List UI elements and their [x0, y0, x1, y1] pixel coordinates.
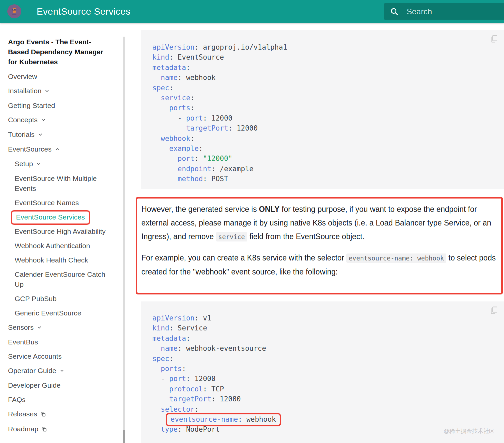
code-line: apiVersion: argoproj.io/v1alpha1 [152, 42, 497, 52]
code-line: targetPort: 12000 [152, 394, 497, 404]
sidebar-item-label: GCP PubSub [15, 295, 57, 302]
sidebar-item-label: Generic EventSource [15, 309, 81, 317]
sidebar-list-item: Roadmap [8, 424, 109, 435]
sidebar-list-item: Developer Guide [8, 380, 109, 390]
sidebar-item-label: EventBus [8, 338, 38, 346]
app-logo-avatar[interactable] [7, 4, 21, 18]
sidebar-scrollbar-thumb[interactable] [123, 430, 125, 443]
sidebar-list-item: Sensors [8, 322, 109, 333]
sidebar-item-label: Releases [8, 410, 37, 418]
sidebar-list-item: Overview [8, 72, 109, 82]
code-line: port: "12000" [152, 154, 497, 164]
note-annotation-box: However, the generated service is ONLY f… [136, 197, 503, 294]
sidebar-item-developer-guide[interactable]: Developer Guide [8, 380, 109, 390]
sidebar-title: Argo Events - The Event-Based Dependency… [8, 37, 108, 67]
sidebar: Argo Events - The Event-Based Dependency… [0, 23, 124, 443]
sidebar-item-sensors[interactable]: Sensors [8, 322, 109, 333]
code-line: - port: 12000 [152, 113, 497, 123]
sidebar-list-item: Service Accounts [8, 351, 109, 361]
sidebar-item-eventsource-high-availability[interactable]: EventSource High Availability [8, 226, 109, 236]
sidebar-scrollbar[interactable] [123, 37, 125, 443]
code-line: ports: [152, 364, 497, 374]
chevron-down-icon [37, 323, 42, 333]
sidebar-item-eventbus[interactable]: EventBus [8, 337, 109, 347]
chevron-down-icon [36, 159, 41, 169]
code-line: metadata: [152, 63, 497, 73]
code-line: metadata: [152, 333, 497, 343]
sidebar-list-item: Calender EventSource Catch Up [8, 269, 109, 289]
sidebar-item-gcp-pubsub[interactable]: GCP PubSub [8, 294, 109, 304]
copy-icon [490, 35, 498, 44]
chevron-down-icon [59, 366, 65, 376]
external-link-icon [40, 410, 46, 420]
sidebar-list-item: Concepts [8, 115, 109, 125]
code-line: - port: 12000 [152, 374, 497, 384]
sidebar-list-item: FAQs [8, 395, 109, 405]
sidebar-list-item: EventSources [8, 144, 109, 155]
code-line: protocol: TCP [152, 384, 497, 394]
sidebar-item-label: Overview [8, 73, 37, 80]
code-line: name: webhook [152, 73, 497, 83]
sidebar-item-eventsource-with-multiple-events[interactable]: EventSource With Multiple Events [8, 174, 109, 194]
sidebar-list-item: Releases [8, 409, 109, 420]
sidebar-item-operator-guide[interactable]: Operator Guide [8, 366, 109, 376]
sidebar-list-item: Tutorials [8, 130, 109, 140]
code-block-1: apiVersion: argoproj.io/v1alpha1kind: Ev… [141, 30, 504, 189]
sidebar-item-label: Roadmap [8, 425, 38, 433]
sidebar-item-eventsource-services[interactable]: EventSource Services [8, 212, 109, 222]
code-line: endpoint: /example [152, 164, 497, 174]
sidebar-list-item: Getting Started [8, 101, 109, 111]
sidebar-item-service-accounts[interactable]: Service Accounts [8, 351, 109, 361]
sidebar-item-label: EventSource Services [16, 213, 85, 221]
code-line: kind: EventSource [152, 52, 497, 62]
sidebar-list-item: EventSource Names [8, 198, 109, 208]
sidebar-item-roadmap[interactable]: Roadmap [8, 424, 109, 435]
chevron-down-icon [44, 86, 50, 96]
sidebar-item-label: EventSource Names [15, 199, 79, 207]
search-box[interactable] [384, 3, 504, 20]
sidebar-list-item: Operator Guide [8, 366, 109, 376]
sidebar-item-label: Calender EventSource Catch Up [15, 270, 105, 288]
sidebar-list-item: EventSource With Multiple Events [8, 174, 109, 194]
sidebar-item-concepts[interactable]: Concepts [8, 115, 109, 125]
copy-button[interactable] [489, 306, 499, 316]
annotation-box-sidebar: EventSource Services [11, 210, 90, 225]
paragraph: For example, you can create a K8s servic… [141, 251, 499, 279]
argo-mascot-icon [11, 7, 18, 16]
sidebar-item-overview[interactable]: Overview [8, 72, 109, 82]
sidebar-item-label: Installation [8, 87, 41, 95]
sidebar-item-calender-eventsource-catch-up[interactable]: Calender EventSource Catch Up [8, 269, 109, 289]
sidebar-item-generic-eventsource[interactable]: Generic EventSource [8, 308, 109, 318]
sidebar-item-eventsource-names[interactable]: EventSource Names [8, 198, 109, 208]
sidebar-item-label: Webhook Authentication [15, 242, 90, 249]
sidebar-item-eventsources[interactable]: EventSources [8, 144, 109, 155]
sidebar-item-label: Getting Started [8, 102, 55, 109]
search-input[interactable] [406, 7, 491, 17]
sidebar-item-setup[interactable]: Setup [8, 159, 109, 169]
sidebar-item-label: Developer Guide [8, 381, 61, 389]
code-line: name: webhook-eventsource [152, 343, 497, 353]
sidebar-list-item: Installation [8, 86, 109, 96]
sidebar-item-webhook-health-check[interactable]: Webhook Health Check [8, 255, 109, 265]
code-line: ports: [152, 103, 497, 113]
sidebar-list-item: GCP PubSub [8, 294, 109, 304]
sidebar-item-label: EventSource High Availability [15, 227, 106, 235]
copy-button[interactable] [489, 35, 499, 45]
sidebar-item-tutorials[interactable]: Tutorials [8, 130, 109, 140]
sidebar-item-label: EventSources [8, 145, 52, 153]
code-line: apiVersion: v1 [152, 313, 497, 323]
sidebar-list-item: Generic EventSource [8, 308, 109, 318]
sidebar-list-item: EventBus [8, 337, 109, 347]
sidebar-item-faqs[interactable]: FAQs [8, 395, 109, 405]
sidebar-item-webhook-authentication[interactable]: Webhook Authentication [8, 241, 109, 251]
sidebar-item-releases[interactable]: Releases [8, 409, 109, 420]
code-content: apiVersion: argoproj.io/v1alpha1kind: Ev… [152, 42, 497, 184]
bold-text: ONLY [259, 205, 280, 214]
copy-icon [490, 306, 498, 315]
sidebar-list-item: Webhook Authentication [8, 241, 109, 251]
sidebar-item-getting-started[interactable]: Getting Started [8, 101, 109, 111]
sidebar-item-installation[interactable]: Installation [8, 86, 109, 96]
sidebar-item-label: Webhook Health Check [15, 256, 88, 264]
code-line: spec: [152, 83, 497, 93]
external-link-icon [41, 425, 47, 435]
